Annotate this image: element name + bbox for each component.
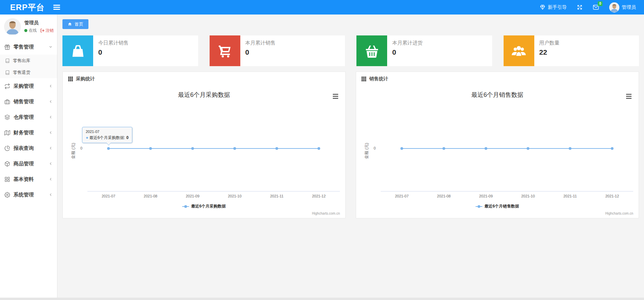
chevron-left-icon xyxy=(49,84,53,88)
sidebar-item-label: 基本资料 xyxy=(14,176,34,183)
sidebar-item-label: 系统管理 xyxy=(14,192,34,198)
svg-text:2021-09: 2021-09 xyxy=(186,194,199,198)
sales-chart[interactable]: 最近6个月销售数据 金额 (元) 0 2021-072021-082021-09… xyxy=(356,86,639,218)
sidebar-item-label: 商品管理 xyxy=(14,161,34,167)
sidebar-item-finance[interactable]: 财务管理 xyxy=(0,125,57,140)
sidebar-user-panel: 管理员 在线 注销 xyxy=(0,15,57,39)
fullscreen-button[interactable] xyxy=(577,4,583,10)
sidebar-item-reports[interactable]: 报表查询 xyxy=(0,140,57,156)
purchase-chart[interactable]: 最近6个月采购数据 金额 (元) 0 2021-072021-082021-09… xyxy=(63,86,345,218)
sidebar-item-retail[interactable]: 零售管理 xyxy=(0,39,57,55)
tooltip-date: 2021-07 xyxy=(86,130,129,134)
svg-text:2021-07: 2021-07 xyxy=(395,194,408,198)
chevron-left-icon xyxy=(49,146,53,150)
stat-card-month-purchase: 本月累计进货 0 xyxy=(356,35,492,66)
th-grid-icon xyxy=(68,77,73,81)
svg-text:2021-11: 2021-11 xyxy=(563,194,577,198)
stat-card-label: 本月累计销售 xyxy=(245,40,276,46)
tooltip-series: 最近6个月采购数据: xyxy=(89,135,126,140)
guide-button[interactable]: 新手引导 xyxy=(540,4,567,10)
submenu-item-label: 零售出库 xyxy=(13,58,30,64)
sidebar: 管理员 在线 注销 零售管理 零售出库 xyxy=(0,15,57,300)
shopping-bag-icon xyxy=(70,43,86,59)
svg-text:2021-11: 2021-11 xyxy=(270,194,284,198)
highcharts-credit[interactable]: Highcharts.com.cn xyxy=(312,212,340,215)
navbar-username: 管理员 xyxy=(622,4,636,10)
grid-icon xyxy=(4,176,10,182)
legend-label: 最近6个月采购数据 xyxy=(191,203,226,209)
briefcase-icon xyxy=(4,99,10,105)
stat-card-month-sales: 本月累计销售 0 xyxy=(210,35,345,66)
cart-icon xyxy=(217,43,233,59)
sidebar-item-label: 零售管理 xyxy=(14,44,34,50)
svg-text:2021-10: 2021-10 xyxy=(228,194,241,198)
sidebar-item-label: 销售管理 xyxy=(14,99,34,105)
logout-button[interactable]: 注销 xyxy=(40,28,54,33)
panel-title: 采购统计 xyxy=(76,76,95,82)
map-icon xyxy=(4,130,10,136)
stat-card-user-count: 用户数量 22 xyxy=(504,35,639,66)
highcharts-credit[interactable]: Highcharts.com.cn xyxy=(605,212,633,215)
sidebar-item-goods[interactable]: 商品管理 xyxy=(0,156,57,171)
sidebar-item-retail-return[interactable]: 零售退货 xyxy=(0,66,57,78)
legend-marker-icon xyxy=(182,204,189,209)
sidebar-item-purchase[interactable]: 采购管理 xyxy=(0,78,57,94)
messages-button[interactable]: 0 xyxy=(593,4,599,10)
home-icon xyxy=(68,22,72,26)
tab-home[interactable]: 首页 xyxy=(62,19,88,29)
fullscreen-icon xyxy=(577,4,583,10)
sidebar-item-label: 报表查询 xyxy=(14,145,34,152)
users-icon xyxy=(510,43,527,59)
line-plot: 2021-072021-082021-092021-102021-112021-… xyxy=(356,86,638,218)
layers-icon xyxy=(4,114,10,120)
svg-text:2021-07: 2021-07 xyxy=(102,194,115,198)
stat-card-value: 0 xyxy=(392,48,423,56)
svg-text:2021-08: 2021-08 xyxy=(437,194,451,198)
online-status-icon xyxy=(24,29,27,32)
app-logo: ERP平台 xyxy=(0,2,53,13)
repeat-icon xyxy=(4,83,10,89)
stat-card-today-sales: 今日累计销售 0 xyxy=(62,35,198,66)
stat-card-label: 用户数量 xyxy=(539,40,560,46)
guide-label: 新手引导 xyxy=(548,4,567,10)
chart-tooltip: 2021-07 ●最近6个月采购数据: 0 xyxy=(82,127,132,143)
package-icon xyxy=(4,161,10,167)
svg-text:2021-10: 2021-10 xyxy=(521,194,535,198)
top-navbar: ERP平台 新手引导 0 管理员 xyxy=(0,0,644,15)
stat-card-value: 0 xyxy=(98,48,129,56)
sidebar-item-sales[interactable]: 销售管理 xyxy=(0,94,57,109)
submenu-item-label: 零售退货 xyxy=(13,70,30,76)
user-menu[interactable]: 管理员 xyxy=(609,2,636,12)
svg-text:2021-08: 2021-08 xyxy=(144,194,157,198)
sidebar-item-label: 财务管理 xyxy=(14,130,34,136)
purchase-stats-panel: 采购统计 最近6个月采购数据 金额 (元) 0 2021-072021-0820… xyxy=(62,72,346,218)
stat-card-value: 22 xyxy=(539,48,560,56)
navbar-avatar xyxy=(609,2,619,12)
sign-out-icon xyxy=(40,28,45,33)
sidebar-item-warehouse[interactable]: 仓库管理 xyxy=(0,109,57,125)
gift-icon xyxy=(4,44,10,50)
sidebar-item-label: 采购管理 xyxy=(14,83,34,89)
sidebar-item-retail-outbound[interactable]: 零售出库 xyxy=(0,55,57,66)
chevron-left-icon xyxy=(49,131,53,135)
sales-stats-panel: 销售统计 最近6个月销售数据 金额 (元) 0 2021-072021-0820… xyxy=(356,72,639,218)
legend-item[interactable]: 最近6个月销售数据 xyxy=(356,203,639,209)
svg-text:2021-12: 2021-12 xyxy=(312,194,325,198)
chevron-left-icon xyxy=(49,177,53,181)
svg-text:2021-12: 2021-12 xyxy=(605,194,619,198)
book-icon xyxy=(5,58,10,63)
main-content: 首页 今日累计销售 0 本月累计销售 0 xyxy=(57,15,644,300)
book-icon xyxy=(5,70,10,75)
legend-item[interactable]: 最近6个月采购数据 xyxy=(63,203,345,209)
th-grid-icon xyxy=(361,77,366,81)
tab-home-label: 首页 xyxy=(75,21,83,27)
chevron-left-icon xyxy=(49,193,53,197)
chevron-left-icon xyxy=(49,162,53,166)
pie-chart-icon xyxy=(4,145,10,151)
sidebar-item-basic-data[interactable]: 基本资料 xyxy=(0,171,57,187)
chevron-left-icon xyxy=(49,100,53,104)
sidebar-toggle-icon[interactable] xyxy=(53,4,60,11)
chevron-left-icon xyxy=(49,115,53,119)
sidebar-item-system[interactable]: 系统管理 xyxy=(0,187,57,202)
sidebar-item-label: 仓库管理 xyxy=(14,114,34,120)
